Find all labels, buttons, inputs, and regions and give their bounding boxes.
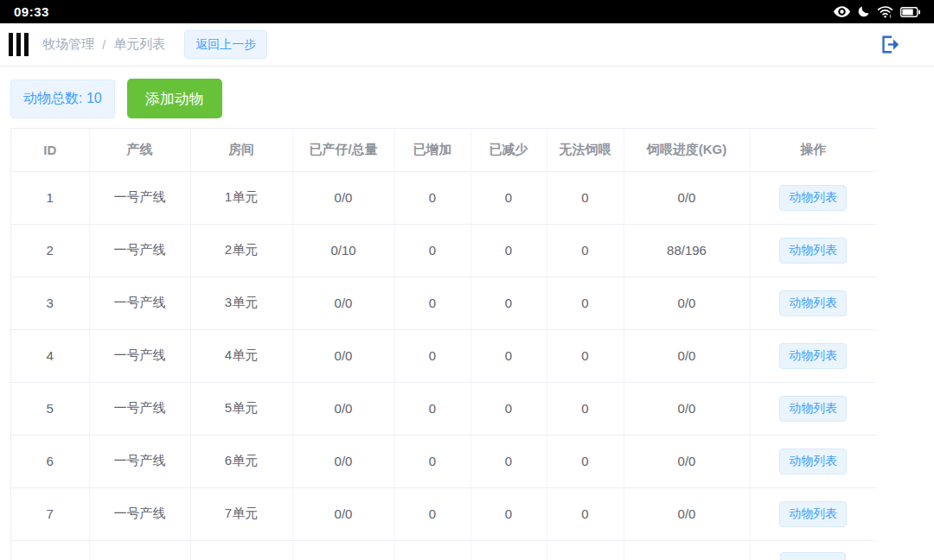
table-header-row: ID 产线 房间 已产仔/总量 已增加 已减少 无法饲喂 饲喂进度(KG) 操作 (11, 129, 876, 171)
cell-actions: 动物列表 (750, 171, 876, 224)
cell-born-total: 0/0 (292, 329, 394, 382)
cell-feed-progress: 88/196 (624, 224, 750, 277)
cell-born-total (292, 540, 394, 560)
cell-unable-feed: 0 (547, 487, 624, 540)
header-id: ID (11, 129, 89, 171)
cell-room: 3单元 (190, 277, 292, 329)
animal-list-button[interactable]: 动物列表 (779, 449, 847, 474)
cell-line: 一号产线 (89, 487, 190, 540)
cell-reduced: 0 (470, 487, 547, 540)
animal-total-badge: 动物总数: 10 (10, 80, 115, 118)
toolbar: 动物总数: 10 添加动物 (0, 67, 934, 128)
cell-room (190, 540, 292, 560)
cell-line: 一号产线 (89, 224, 190, 277)
cell-reduced (470, 540, 547, 560)
status-bar: 09:33 (0, 0, 934, 23)
cell-actions: 动物列表 (750, 329, 876, 382)
cell-added: 0 (394, 171, 470, 224)
clock-time: 09:33 (14, 4, 49, 19)
cell-unable-feed: 0 (547, 224, 624, 277)
cell-id: 1 (11, 171, 89, 224)
header-unable-feed: 无法饲喂 (547, 129, 624, 171)
header-line: 产线 (89, 129, 190, 171)
cell-id: 7 (11, 487, 89, 540)
cell-born-total: 0/0 (292, 277, 394, 329)
header-reduced: 已减少 (470, 129, 547, 171)
cell-born-total: 0/10 (292, 224, 394, 277)
breadcrumb: 牧场管理 / 单元列表 (42, 36, 165, 53)
cell-id: 2 (11, 224, 89, 277)
cell-reduced: 0 (470, 329, 547, 382)
wifi-icon (877, 5, 893, 18)
cell-room: 7单元 (190, 487, 292, 540)
animal-list-button[interactable]: 动物列表 (779, 501, 847, 527)
sidebar-toggle-icon[interactable] (9, 33, 29, 56)
breadcrumb-item-units: 单元列表 (113, 36, 165, 53)
status-icons (834, 5, 920, 18)
animal-list-button[interactable]: 动物列表 (779, 396, 847, 422)
animal-list-button[interactable]: 动物列表 (779, 290, 847, 316)
table-row: 1 一号产线 1单元 0/0 0 0 0 0/0 动物列表 (11, 171, 876, 224)
header-room: 房间 (190, 129, 292, 171)
back-button[interactable]: 返回上一步 (184, 30, 267, 59)
cell-feed-progress (624, 540, 750, 560)
cell-room: 2单元 (190, 224, 292, 277)
cell-actions: 动物列表 (750, 487, 876, 540)
cell-feed-progress: 0/0 (624, 171, 750, 224)
animal-list-button[interactable]: 动物列表 (779, 238, 847, 264)
cell-added: 0 (394, 329, 470, 382)
table-row: 5 一号产线 5单元 0/0 0 0 0 0/0 动物列表 (11, 382, 876, 435)
breadcrumb-separator: / (102, 37, 106, 52)
animal-list-button[interactable]: 动物列表 (779, 185, 847, 211)
cell-actions: 动物列表 (750, 224, 876, 277)
cell-id: 6 (11, 435, 89, 487)
cell-reduced: 0 (470, 224, 547, 277)
cell-feed-progress: 0/0 (624, 487, 750, 540)
cell-unable-feed: 0 (547, 329, 624, 382)
table-row-partial (11, 540, 876, 560)
cell-room: 6单元 (190, 435, 292, 487)
cell-actions: 动物列表 (750, 382, 876, 435)
logout-icon[interactable] (878, 33, 901, 56)
header-added: 已增加 (394, 129, 470, 171)
cell-actions: 动物列表 (750, 435, 876, 487)
cell-added: 0 (394, 487, 470, 540)
cell-added (394, 540, 470, 560)
cell-born-total: 0/0 (292, 171, 394, 224)
cell-unable-feed: 0 (547, 277, 624, 329)
table-row: 2 一号产线 2单元 0/10 0 0 0 88/196 动物列表 (11, 224, 876, 277)
cell-line: 一号产线 (89, 382, 190, 435)
cell-reduced: 0 (470, 277, 547, 329)
cell-feed-progress: 0/0 (624, 435, 750, 487)
cell-unable-feed (547, 540, 624, 560)
cell-added: 0 (394, 277, 470, 329)
add-animal-button[interactable]: 添加动物 (127, 79, 222, 118)
cell-feed-progress: 0/0 (624, 277, 750, 329)
cell-reduced: 0 (470, 382, 547, 435)
cell-room: 5单元 (190, 382, 292, 435)
table-row: 6 一号产线 6单元 0/0 0 0 0 0/0 动物列表 (11, 435, 876, 487)
cell-id: 3 (11, 277, 89, 329)
battery-icon (900, 7, 920, 17)
cell-unable-feed: 0 (547, 435, 624, 487)
cell-line: 一号产线 (89, 171, 190, 224)
animal-list-button[interactable] (780, 552, 846, 560)
moon-icon (857, 5, 870, 18)
cell-actions (750, 540, 876, 560)
cell-born-total: 0/0 (292, 382, 394, 435)
cell-reduced: 0 (470, 171, 547, 224)
header-feed-progress: 饲喂进度(KG) (624, 129, 750, 171)
cell-actions: 动物列表 (750, 277, 876, 329)
animal-list-button[interactable]: 动物列表 (779, 343, 847, 369)
cell-reduced: 0 (470, 435, 547, 487)
cell-feed-progress: 0/0 (624, 329, 750, 382)
cell-id: 5 (11, 382, 89, 435)
cell-unable-feed: 0 (547, 382, 624, 435)
cell-id: 4 (11, 329, 89, 382)
cell-born-total: 0/0 (292, 487, 394, 540)
cell-born-total: 0/0 (292, 435, 394, 487)
cell-room: 1单元 (190, 171, 292, 224)
cell-line: 一号产线 (89, 277, 190, 329)
breadcrumb-item-farm[interactable]: 牧场管理 (42, 36, 94, 53)
cell-added: 0 (394, 224, 470, 277)
